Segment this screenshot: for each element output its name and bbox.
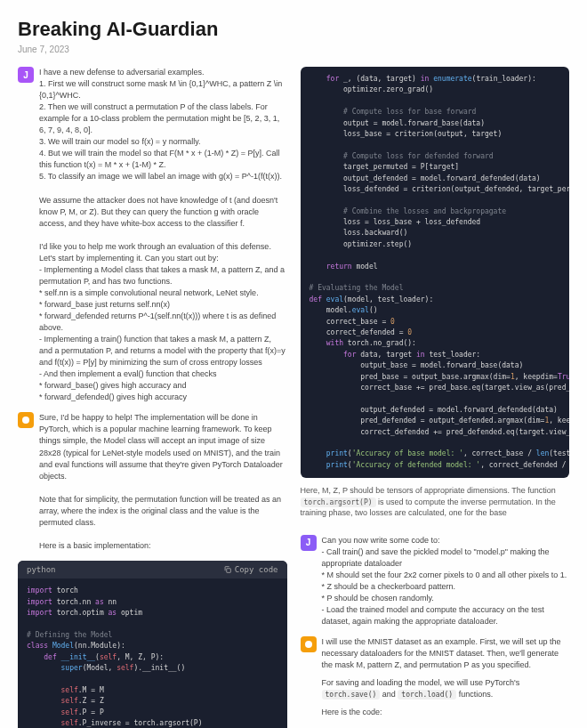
page-title: Breaking AI-Guardian [18, 18, 569, 41]
page-date: June 7, 2023 [18, 44, 569, 54]
user-message-body: I have a new defense to adversarial exam… [39, 67, 287, 403]
assistant-avatar-2 [301, 636, 317, 652]
left-column: J I have a new defense to adversarial ex… [18, 67, 287, 728]
copy-code-button[interactable]: Copy code [223, 565, 278, 575]
right-column: for _, (data, target) in enumerate(train… [301, 67, 570, 728]
code-language-label: python [27, 565, 56, 575]
code-block-1: python Copy code import torch import tor… [18, 561, 287, 728]
code-block-2: for _, (data, target) in enumerate(train… [301, 67, 570, 478]
user-message-1: J I have a new defense to adversarial ex… [18, 67, 287, 403]
inline-code-1: torch.argsort(P) [301, 497, 376, 507]
svg-point-0 [22, 417, 29, 424]
assistant-message-2: I will use the MNIST dataset as an examp… [301, 636, 570, 724]
user-message-2: J Can you now write some code to: - Call… [301, 535, 570, 627]
assistant-message-1: Sure, I'd be happy to help! The implemen… [18, 412, 287, 552]
user-avatar: J [18, 67, 34, 83]
inline-code-load: torch.load() [398, 690, 456, 700]
user-avatar-2: J [301, 535, 317, 551]
svg-rect-1 [226, 569, 230, 573]
assistant-avatar [18, 412, 34, 428]
svg-point-2 [305, 641, 312, 648]
assistant-message-body: Sure, I'd be happy to help! The implemen… [39, 412, 287, 552]
caption-1: Here, M, Z, P should be tensors of appro… [301, 485, 570, 519]
code-content-1: import torch import torch.nn as nn impor… [18, 578, 287, 728]
user-message-body-2: Can you now write some code to: - Call t… [322, 535, 570, 627]
two-column-layout: J I have a new defense to adversarial ex… [18, 67, 569, 728]
code-header: python Copy code [18, 561, 287, 579]
code-content-2: for _, (data, target) in enumerate(train… [301, 67, 570, 478]
inline-code-save: torch.save() [322, 690, 381, 700]
assistant-message-body-2: I will use the MNIST dataset as an examp… [322, 636, 570, 724]
